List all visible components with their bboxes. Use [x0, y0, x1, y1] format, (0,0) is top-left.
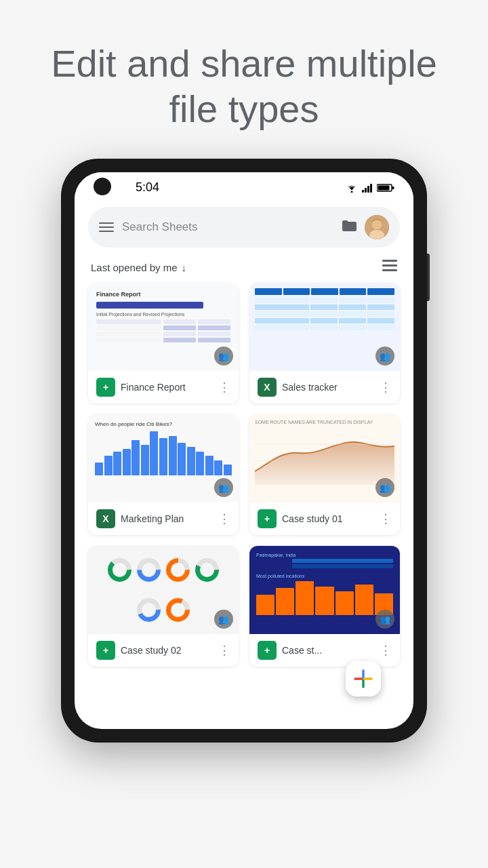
- shared-icon-case02: 👥: [214, 610, 233, 629]
- file-type-badge-sheets-case01: +: [258, 509, 277, 528]
- file-name-case01: Case study 01: [282, 513, 374, 524]
- file-preview-case03: Padmapakar, India Most polluted lo: [249, 546, 400, 634]
- file-grid: Finance Report Initial Projections and R…: [75, 283, 413, 680]
- more-options-finance[interactable]: ⋮: [218, 380, 230, 395]
- sort-bar: Last opened by me ↓: [75, 254, 413, 283]
- more-options-case02[interactable]: ⋮: [218, 643, 230, 658]
- phone-mockup: 5:04: [61, 159, 427, 743]
- file-info-finance: + Finance Report ⋮: [88, 371, 239, 403]
- sort-arrow-icon: ↓: [182, 262, 187, 273]
- list-view-button[interactable]: [382, 260, 397, 275]
- svg-rect-6: [378, 185, 390, 190]
- svg-rect-7: [392, 186, 394, 189]
- more-options-sales[interactable]: ⋮: [380, 380, 392, 395]
- file-preview-case01: SOME ROUTE NAMES ARE TRUNCATED IN DISPLA…: [249, 414, 400, 502]
- search-input[interactable]: Search Sheets: [122, 220, 333, 234]
- svg-rect-15: [384, 260, 395, 261]
- more-options-marketing[interactable]: ⋮: [218, 511, 230, 526]
- shared-icon-sales: 👥: [375, 347, 394, 366]
- more-options-case01[interactable]: ⋮: [380, 511, 392, 526]
- phone-screen: 5:04: [75, 172, 413, 729]
- create-fab-button[interactable]: [346, 661, 381, 696]
- svg-point-0: [351, 191, 353, 193]
- folder-icon[interactable]: [342, 220, 357, 235]
- hero-section: Edit and share multiple file types: [0, 0, 488, 159]
- time-display: 5:04: [136, 180, 159, 195]
- file-card-finance-report[interactable]: Finance Report Initial Projections and R…: [88, 283, 239, 403]
- power-button: [427, 254, 430, 301]
- svg-rect-13: [382, 264, 397, 267]
- file-card-sales-tracker[interactable]: 👥 X Sales tracker ⋮: [249, 283, 400, 403]
- file-card-case-study-02[interactable]: 👥 + Case study 02 ⋮: [88, 546, 239, 667]
- plus-multicolor-icon: [352, 668, 374, 690]
- file-name-sales: Sales tracker: [282, 382, 374, 393]
- hero-title: Edit and share multiple file types: [41, 41, 447, 132]
- file-type-badge-sheets: +: [96, 378, 115, 397]
- file-name-finance: Finance Report: [121, 382, 213, 393]
- shared-icon-marketing: 👥: [214, 478, 233, 497]
- phone-frame: 5:04: [61, 159, 427, 743]
- sort-label[interactable]: Last opened by me ↓: [91, 262, 186, 273]
- status-bar: 5:04: [75, 172, 413, 200]
- battery-icon: [377, 183, 394, 193]
- file-card-case-study-03[interactable]: Padmapakar, India Most polluted lo: [249, 546, 400, 667]
- wifi-icon: [346, 183, 358, 193]
- file-type-badge-sheets-case03: +: [258, 641, 277, 660]
- file-card-case-study-01[interactable]: SOME ROUTE NAMES ARE TRUNCATED IN DISPLA…: [249, 414, 400, 535]
- file-preview-marketing: When do people ride Citi Bikes?: [88, 414, 239, 502]
- menu-button[interactable]: [99, 222, 114, 232]
- shared-icon-case01: 👥: [375, 478, 394, 497]
- more-options-case03[interactable]: ⋮: [380, 643, 392, 658]
- file-card-marketing-plan[interactable]: When do people ride Citi Bikes?: [88, 414, 239, 535]
- file-info-sales: X Sales tracker ⋮: [249, 371, 400, 403]
- file-info-marketing: X Marketing Plan ⋮: [88, 502, 239, 535]
- status-icons: [346, 183, 394, 193]
- svg-rect-14: [382, 269, 397, 271]
- file-info-case01: + Case study 01 ⋮: [249, 502, 400, 535]
- svg-rect-2: [365, 188, 367, 193]
- file-type-badge-excel-marketing: X: [96, 509, 115, 528]
- fab-container: [75, 661, 394, 710]
- file-type-badge-sheets-case02: +: [96, 641, 115, 660]
- file-preview-finance: Finance Report Initial Projections and R…: [88, 283, 239, 371]
- svg-rect-4: [370, 184, 372, 193]
- file-type-badge-excel-sales: X: [258, 378, 277, 397]
- file-name-marketing: Marketing Plan: [121, 513, 213, 524]
- file-preview-case02: 👥: [88, 546, 239, 634]
- svg-rect-3: [367, 186, 369, 193]
- file-name-case02: Case study 02: [121, 645, 213, 656]
- svg-rect-1: [362, 190, 364, 193]
- avatar[interactable]: [365, 215, 389, 239]
- signal-icon: [362, 183, 373, 193]
- search-bar[interactable]: Search Sheets: [88, 207, 400, 248]
- shared-icon-case03: 👥: [375, 610, 394, 629]
- camera-hole: [94, 178, 111, 195]
- shared-icon: 👥: [214, 347, 233, 366]
- file-name-case03: Case st...: [282, 645, 374, 656]
- file-preview-sales: 👥: [249, 283, 400, 371]
